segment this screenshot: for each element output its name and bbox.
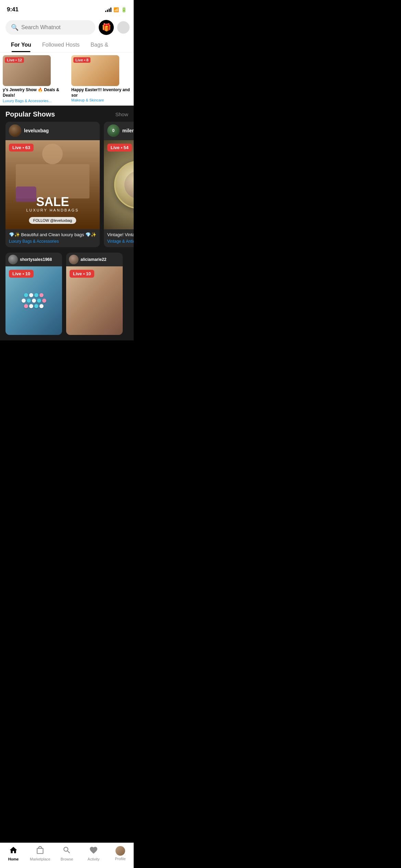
status-time: 9:41 xyxy=(7,6,19,13)
live-badge-small-1: Live • 8 xyxy=(73,57,90,63)
popular-show-card-0[interactable]: leveluxbag SALE LUXURY HANDBAGS xyxy=(5,122,100,247)
live-badge-small-0: Live • 12 xyxy=(5,57,24,63)
popular-shows-title: Popular Shows xyxy=(5,110,55,118)
status-bar: 9:41 📶 🔋 xyxy=(0,0,134,17)
tab-followed-hosts[interactable]: Followed Hosts xyxy=(37,38,85,52)
coin-decoration xyxy=(114,161,134,209)
follow-pill-0[interactable]: FOLLOW @leveluxbag xyxy=(29,217,76,224)
host-name-3: aliciamarie22 xyxy=(81,257,106,262)
top-show-card-1[interactable]: Live • 8 Happy Easter!!! Inventory and s… xyxy=(69,55,134,103)
host-avatar-1: 0 xyxy=(107,124,120,137)
show-desc-0: 💎✨ Beautiful and Clean luxury bags 💎✨ xyxy=(9,232,96,238)
second-show-card-1[interactable]: aliciamarie22 Live • 10 xyxy=(66,253,123,335)
signal-icon xyxy=(105,7,111,12)
search-bar-container: 🔍 🎁 xyxy=(0,17,134,38)
top-show-category-0: Luxury Bags & Accessories... xyxy=(3,99,66,103)
popular-shows-container: leveluxbag SALE LUXURY HANDBAGS xyxy=(0,122,134,253)
search-input[interactable] xyxy=(21,24,90,31)
second-show-image-0: Live • 10 xyxy=(5,266,62,335)
gift-button[interactable]: 🎁 xyxy=(99,20,114,35)
search-bar[interactable]: 🔍 xyxy=(5,20,95,35)
show-cat-1: Vintage & Antique xyxy=(107,239,134,244)
search-icon: 🔍 xyxy=(11,24,19,31)
second-show-card-0[interactable]: shortysales1968 xyxy=(5,253,62,335)
tab-for-you[interactable]: For You xyxy=(5,38,37,52)
show-card-image-1: Live • 54 xyxy=(104,140,134,229)
user-avatar-small[interactable] xyxy=(117,21,130,34)
show-desc-1: Vintage! Vintage! Vintage! xyxy=(107,232,134,238)
sale-overlay: SALE LUXURY HANDBAGS xyxy=(5,196,100,212)
live-badge-2: Live • 10 xyxy=(9,270,34,278)
host-name-0: leveluxbag xyxy=(24,128,49,133)
show-card-info-1: Vintage! Vintage! Vintage! Vintage & Ant… xyxy=(104,229,134,247)
second-show-image-1: Live • 10 xyxy=(66,266,123,335)
live-badge-1: Live • 54 xyxy=(107,144,132,152)
beads-decoration xyxy=(22,293,46,308)
top-show-title-1: Happy Easter!!! Inventory and sor xyxy=(71,87,131,98)
battery-icon: 🔋 xyxy=(121,7,127,12)
host-avatar-2 xyxy=(8,255,18,264)
host-name-2: shortysales1968 xyxy=(20,257,52,262)
live-badge-3: Live • 10 xyxy=(70,270,94,278)
tabs-container: For You Followed Hosts Bags & xyxy=(0,38,134,52)
wifi-icon: 📶 xyxy=(113,7,119,12)
show-cat-0: Luxury Bags & Accessories xyxy=(9,239,96,244)
popular-show-card-1[interactable]: 0 milemarke Live • 54 Vintage! Vintage xyxy=(104,122,134,247)
second-shows-container: shortysales1968 xyxy=(0,253,134,340)
host-avatar-0 xyxy=(9,124,21,137)
show-all-button[interactable]: Show xyxy=(115,111,128,117)
host-name-1: milemarke xyxy=(122,128,134,133)
top-show-title-0: y's Jewelry Show 🔥 Deals & Deals! xyxy=(3,87,66,98)
top-show-category-1: Makeup & Skincare xyxy=(71,98,131,102)
show-card-image-0: SALE LUXURY HANDBAGS FOLLOW @leveluxbag … xyxy=(5,140,100,229)
tab-bags[interactable]: Bags & xyxy=(85,38,114,52)
popular-shows-header: Popular Shows Show xyxy=(0,106,134,122)
top-show-card-0[interactable]: Live • 12 y's Jewelry Show 🔥 Deals & Dea… xyxy=(0,55,69,103)
host-avatar-3 xyxy=(69,255,78,264)
status-icons: 📶 🔋 xyxy=(105,7,127,12)
live-badge-0: Live • 63 xyxy=(9,144,34,152)
top-shows-row: Live • 12 y's Jewelry Show 🔥 Deals & Dea… xyxy=(0,52,134,106)
show-card-info-0: 💎✨ Beautiful and Clean luxury bags 💎✨ Lu… xyxy=(5,229,100,247)
